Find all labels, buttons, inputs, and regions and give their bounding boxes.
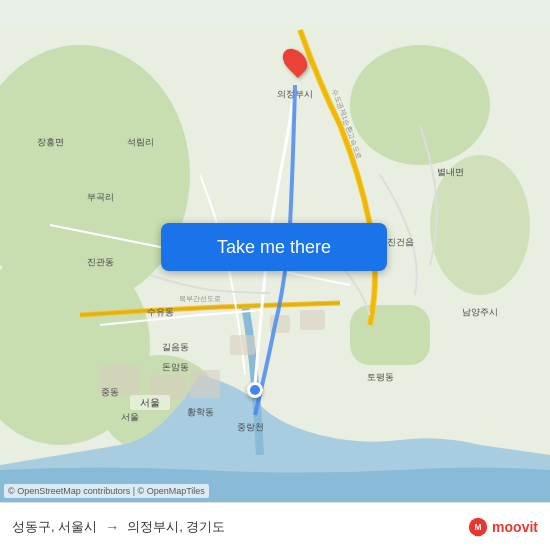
destination-marker xyxy=(285,47,305,75)
bottom-bar: 성동구, 서울시 → 의정부시, 경기도 M moovit xyxy=(0,502,550,550)
svg-rect-6 xyxy=(350,305,430,365)
svg-rect-12 xyxy=(300,310,325,330)
svg-point-4 xyxy=(350,45,490,165)
moovit-logo-icon: M xyxy=(468,517,488,537)
map-background: 서울 의정부시 별내면 남양주시 진건읍 장흥면 진관동 수유동 길음동 돈암동… xyxy=(0,0,550,550)
route-info: 성동구, 서울시 → 의정부시, 경기도 xyxy=(12,518,225,536)
svg-text:M: M xyxy=(475,522,482,532)
svg-text:길음동: 길음동 xyxy=(162,342,189,352)
svg-text:토평동: 토평동 xyxy=(367,372,394,382)
svg-rect-9 xyxy=(190,370,220,398)
svg-text:북부간선도로: 북부간선도로 xyxy=(179,295,221,303)
svg-rect-10 xyxy=(230,335,255,355)
svg-text:중랑천: 중랑천 xyxy=(237,422,264,432)
svg-text:진건읍: 진건읍 xyxy=(387,237,414,247)
svg-text:진관동: 진관동 xyxy=(87,257,114,267)
route-to: 의정부시, 경기도 xyxy=(127,518,225,536)
svg-text:장흥면: 장흥면 xyxy=(37,137,64,147)
moovit-text: moovit xyxy=(492,519,538,535)
svg-text:돈암동: 돈암동 xyxy=(162,362,189,372)
svg-text:서울: 서울 xyxy=(140,397,160,408)
svg-text:석림리: 석림리 xyxy=(127,137,154,147)
moovit-logo: M moovit xyxy=(468,517,538,537)
take-me-there-button[interactable]: Take me there xyxy=(161,223,387,271)
map-attribution: © OpenStreetMap contributors | © OpenMap… xyxy=(4,484,209,498)
svg-text:황학동: 황학동 xyxy=(187,407,214,417)
route-arrow: → xyxy=(105,519,119,535)
svg-text:부곡리: 부곡리 xyxy=(87,192,114,202)
svg-text:남양주시: 남양주시 xyxy=(462,307,498,317)
origin-marker xyxy=(247,382,263,398)
svg-text:중동: 중동 xyxy=(101,387,119,397)
svg-text:서울: 서울 xyxy=(121,412,139,422)
svg-text:수유동: 수유동 xyxy=(147,307,174,317)
svg-text:별내면: 별내면 xyxy=(437,167,464,177)
map-container: 서울 의정부시 별내면 남양주시 진건읍 장흥면 진관동 수유동 길음동 돈암동… xyxy=(0,0,550,550)
route-from: 성동구, 서울시 xyxy=(12,518,97,536)
